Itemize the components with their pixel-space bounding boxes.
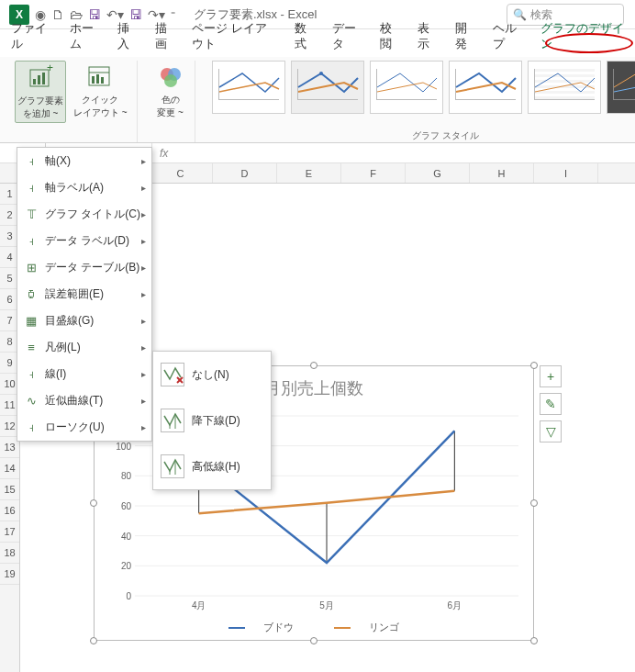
row-14[interactable]: 14 (0, 458, 19, 479)
menu-label: グラフ タイトル(C) (45, 207, 140, 222)
chart-side-buttons: + ✎ ▽ (540, 365, 562, 442)
menu-item-4[interactable]: ⊞データ テーブル(B)▸ (17, 254, 151, 281)
resize-handle[interactable] (530, 362, 538, 369)
menu-icon: ⫞ (23, 181, 39, 195)
menu-label: 軸ラベル(A) (45, 180, 104, 196)
chevron-right-icon: ▸ (141, 342, 146, 353)
lines-submenu: なし(N)降下線(D)高低線(H) (152, 351, 272, 490)
style-thumb-5[interactable] (528, 61, 601, 114)
add-element-label: グラフ要素 を追加 ~ (17, 95, 63, 120)
submenu-label: 高低線(H) (192, 459, 240, 475)
menu-label: データ ラベル(D) (45, 233, 129, 249)
submenu-item-1[interactable]: 降下線(D) (153, 398, 271, 443)
style-thumb-6[interactable] (607, 61, 635, 114)
svg-rect-9 (101, 77, 104, 84)
submenu-icon (161, 454, 184, 478)
tab-pagelayout[interactable]: ページ レイアウト (184, 17, 285, 57)
col-e[interactable]: E (277, 163, 341, 183)
chart-filters-button[interactable]: ▽ (540, 420, 562, 442)
menu-item-3[interactable]: ⫞データ ラベル(D)▸ (17, 228, 151, 254)
style-thumb-1[interactable] (212, 61, 285, 114)
add-chart-element-button[interactable]: + グラフ要素 を追加 ~ (15, 61, 66, 123)
menu-item-6[interactable]: ▦目盛線(G)▸ (17, 308, 151, 334)
row-18[interactable]: 18 (0, 543, 19, 564)
chart-styles-gallery[interactable] (212, 61, 635, 129)
ribbon-tabs: ファイル ホーム 挿入 描画 ページ レイアウト 数式 データ 校閲 表示 開発… (0, 29, 635, 57)
chevron-right-icon: ▸ (141, 369, 146, 379)
submenu-label: なし(N) (192, 367, 229, 383)
tab-developer[interactable]: 開発 (448, 17, 484, 57)
tab-view[interactable]: 表示 (410, 17, 446, 57)
add-element-icon: + (26, 63, 55, 93)
legend-item-2: リンゴ (369, 622, 399, 633)
menu-item-1[interactable]: ⫞軸ラベル(A)▸ (17, 174, 151, 201)
menu-label: 近似曲線(T) (45, 393, 103, 409)
chart-legend[interactable]: ブドウ リンゴ (95, 621, 533, 634)
chevron-right-icon: ▸ (141, 156, 146, 166)
tab-chart-design[interactable]: グラフのデザイン (533, 17, 631, 57)
menu-item-10[interactable]: ⫞ローソク(U)▸ (17, 414, 151, 441)
resize-handle[interactable] (530, 637, 538, 644)
svg-point-13 (319, 72, 323, 75)
menu-item-9[interactable]: ∿近似曲線(T)▸ (17, 387, 151, 414)
resize-handle[interactable] (90, 637, 97, 644)
resize-handle[interactable] (310, 637, 318, 644)
style-thumb-3[interactable] (370, 61, 443, 114)
menu-icon: 𝕋 (23, 207, 39, 221)
col-h[interactable]: H (470, 163, 534, 183)
resize-handle[interactable] (530, 499, 538, 507)
col-c[interactable]: C (149, 163, 213, 183)
legend-item-1: ブドウ (263, 622, 294, 633)
svg-rect-2 (38, 75, 40, 84)
chevron-right-icon: ▸ (141, 396, 146, 406)
menu-label: ローソク(U) (45, 420, 105, 435)
tab-home[interactable]: ホーム (62, 17, 108, 57)
quick-layout-button[interactable]: クイック レイアウト ~ (72, 61, 129, 123)
svg-text:+: + (47, 62, 53, 74)
menu-icon: ⧮ (23, 287, 39, 301)
chevron-right-icon: ▸ (141, 289, 146, 299)
tab-file[interactable]: ファイル (4, 17, 61, 57)
tab-review[interactable]: 校閲 (373, 17, 408, 57)
submenu-item-2[interactable]: 高低線(H) (153, 443, 271, 489)
style-thumb-2[interactable] (291, 61, 364, 114)
colors-icon (156, 62, 185, 92)
menu-icon: ⫞ (23, 420, 39, 434)
tab-draw[interactable]: 描画 (148, 17, 184, 57)
menu-item-8[interactable]: ⫞線(I)▸ (17, 361, 151, 387)
col-i[interactable]: I (534, 163, 598, 183)
chart-elements-button[interactable]: + (540, 365, 562, 387)
menu-label: 目盛線(G) (45, 313, 94, 329)
row-17[interactable]: 17 (0, 521, 19, 543)
tab-help[interactable]: ヘルプ (485, 17, 531, 57)
menu-label: 誤差範囲(E) (45, 286, 104, 302)
submenu-icon (161, 363, 184, 386)
row-16[interactable]: 16 (0, 500, 19, 521)
menu-item-5[interactable]: ⧮誤差範囲(E)▸ (17, 281, 151, 308)
row-15[interactable]: 15 (0, 479, 19, 500)
tab-insert[interactable]: 挿入 (110, 17, 146, 57)
row-19[interactable]: 19 (0, 564, 19, 585)
col-d[interactable]: D (213, 163, 277, 183)
chart-styles-button[interactable]: ✎ (540, 393, 562, 415)
fx-label: fx (152, 147, 175, 160)
quick-layout-label: クイック レイアウト ~ (73, 94, 128, 119)
change-colors-button[interactable]: 色の 変更 ~ (154, 61, 187, 121)
tab-data[interactable]: データ (325, 17, 371, 57)
style-thumb-4[interactable] (449, 61, 522, 114)
col-f[interactable]: F (341, 163, 406, 183)
quick-layout-icon (85, 62, 115, 92)
submenu-item-0[interactable]: なし(N) (153, 352, 271, 398)
col-g[interactable]: G (406, 163, 470, 183)
menu-item-2[interactable]: 𝕋グラフ タイトル(C)▸ (17, 201, 151, 228)
tab-formulas[interactable]: 数式 (287, 17, 323, 57)
menu-item-0[interactable]: ⫞軸(X)▸ (17, 148, 151, 174)
menu-label: 軸(X) (45, 153, 71, 169)
menu-item-7[interactable]: ≡凡例(L)▸ (17, 334, 151, 361)
ribbon-group-layout: + グラフ要素 を追加 ~ クイック レイアウト ~ (7, 61, 138, 142)
styles-group-label: グラフ スタイル (205, 129, 635, 142)
chevron-right-icon: ▸ (141, 183, 146, 193)
resize-handle[interactable] (310, 362, 318, 369)
resize-handle[interactable] (90, 499, 97, 507)
ribbon-group-colors: 色の 変更 ~ (147, 61, 195, 142)
